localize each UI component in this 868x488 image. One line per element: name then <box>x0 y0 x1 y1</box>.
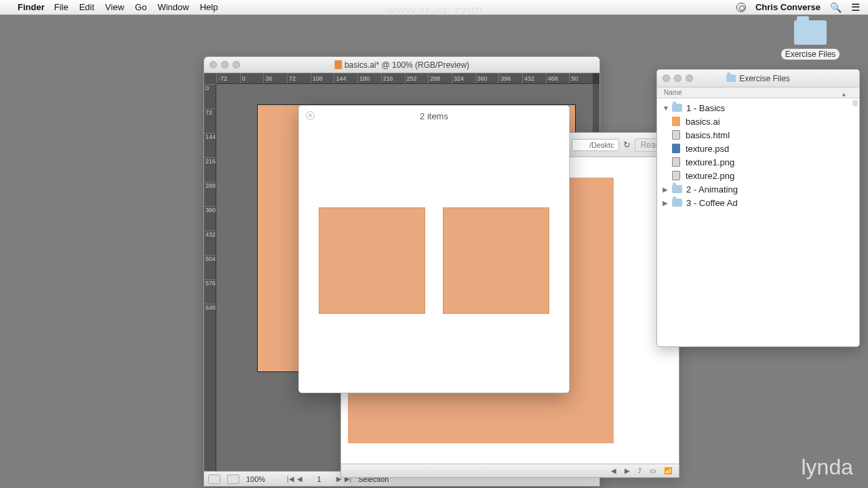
thumbnail-2[interactable] <box>443 207 549 314</box>
ruler-tick: 576 <box>204 279 216 304</box>
menu-file[interactable]: File <box>54 2 68 12</box>
finder-column-header[interactable]: Name ▲ <box>657 87 859 98</box>
finder-title-text: Exercise Files <box>739 74 790 83</box>
menu-help[interactable]: Help <box>200 2 218 12</box>
share-icon[interactable]: ⤴ <box>638 467 642 474</box>
finder-window: Exercise Files Name ▲ ▼ 1 - Basics basic… <box>656 69 860 347</box>
first-page-icon[interactable]: |◀ <box>287 475 294 483</box>
ruler-tick: 216 <box>204 157 216 182</box>
creative-cloud-icon[interactable] <box>736 3 746 12</box>
ruler-tick: 468 <box>546 73 570 83</box>
ruler-tick: 504 <box>204 255 216 279</box>
file-row-texture2-png[interactable]: texture2.png <box>657 169 859 182</box>
disclosure-triangle-icon[interactable]: ▼ <box>663 104 669 112</box>
reload-icon[interactable]: ↻ <box>623 140 631 150</box>
folder-icon <box>726 75 736 82</box>
ruler-tick: -72 <box>216 73 240 83</box>
app-name[interactable]: Finder <box>18 2 45 12</box>
close-icon[interactable] <box>663 75 670 82</box>
file-row-texture1-png[interactable]: texture1.png <box>657 155 859 169</box>
menu-window[interactable]: Window <box>157 2 189 12</box>
item-label: texture2.png <box>686 171 734 181</box>
close-icon[interactable]: × <box>306 111 315 120</box>
quicklook-body <box>299 126 569 314</box>
quicklook-title: 2 items <box>420 111 448 121</box>
ruler-tick: 72 <box>204 108 216 133</box>
item-label: 3 - Coffee Ad <box>686 198 738 208</box>
folder-icon <box>794 20 827 45</box>
item-label: basics.html <box>686 130 730 140</box>
notifications-icon[interactable]: ☰ <box>851 1 860 14</box>
file-row-texture-psd[interactable]: texture.psd <box>657 142 859 155</box>
bookmarks-icon[interactable]: ▭ <box>650 467 656 474</box>
safari-statusbar: ◀ ▶ ⤴ ▭ 📶 <box>341 464 679 477</box>
menu-edit[interactable]: Edit <box>79 2 94 12</box>
scrollbar[interactable] <box>852 100 858 106</box>
disclosure-triangle-icon[interactable]: ▶ <box>663 199 669 207</box>
folder-row-basics[interactable]: ▼ 1 - Basics <box>657 101 859 115</box>
menubar: Finder File Edit View Go Window Help Chr… <box>0 0 868 15</box>
folder-row-coffee-ad[interactable]: ▶ 3 - Coffee Ad <box>657 196 859 209</box>
ruler-corner <box>593 73 599 84</box>
ruler-tick: 360 <box>204 206 216 230</box>
file-row-basics-ai[interactable]: basics.ai <box>657 115 859 128</box>
item-label: texture1.png <box>686 157 734 167</box>
spotlight-icon[interactable]: 🔍 <box>830 2 842 13</box>
window-controls <box>210 61 240 68</box>
illustrator-titlebar[interactable]: basics.ai* @ 100% (RGB/Preview) <box>204 57 599 73</box>
close-icon[interactable] <box>210 61 217 68</box>
ai-document-icon <box>334 60 342 69</box>
quicklook-panel: × 2 items <box>298 105 570 393</box>
desktop-folder-label: Exercise Files <box>781 49 840 60</box>
prev-icon[interactable]: ◀ <box>611 467 616 474</box>
ruler-tick: 0 <box>204 84 216 108</box>
signal-icon[interactable]: 📶 <box>664 467 672 474</box>
psd-file-icon <box>672 144 680 153</box>
minimize-icon[interactable] <box>221 61 229 68</box>
file-row-basics-html[interactable]: basics.html <box>657 128 859 142</box>
ruler-tick: 648 <box>204 304 216 328</box>
html-file-icon <box>672 130 680 140</box>
ruler-tick: 72 <box>287 73 311 83</box>
next-icon[interactable]: ▶ <box>625 467 630 474</box>
lynda-branding: lynda <box>802 455 854 480</box>
username[interactable]: Chris Converse <box>755 2 821 12</box>
ruler-tick: 324 <box>452 73 475 83</box>
ruler-tick: 288 <box>204 182 216 206</box>
window-controls <box>663 75 693 82</box>
ruler-tick: 360 <box>475 73 499 83</box>
ruler-tick: 288 <box>428 73 452 83</box>
zoom-icon[interactable] <box>233 61 240 68</box>
sort-arrow-icon[interactable]: ▲ <box>841 89 847 100</box>
folder-row-animating[interactable]: ▶ 2 - Animating <box>657 182 859 196</box>
disclosure-triangle-icon[interactable]: ▶ <box>663 186 669 193</box>
ruler-tick: 50 <box>569 73 593 83</box>
page-number[interactable]: 1 <box>309 475 330 483</box>
thumbnail-1[interactable] <box>319 207 425 314</box>
ai-file-icon <box>672 117 680 126</box>
quicklook-header: × 2 items <box>299 106 569 126</box>
finder-titlebar[interactable]: Exercise Files <box>657 70 859 87</box>
item-label: 1 - Basics <box>686 103 725 113</box>
ruler-horizontal[interactable]: -72 0 36 72 108 144 180 216 252 288 324 … <box>216 73 593 84</box>
artboard-nav-icon[interactable] <box>208 474 220 484</box>
desktop-folder-exercise-files[interactable]: Exercise Files <box>780 20 841 60</box>
png-file-icon <box>672 171 680 180</box>
ruler-tick: 144 <box>334 73 357 83</box>
column-name: Name <box>664 89 682 96</box>
prev-page-icon[interactable]: ◀ <box>297 475 302 483</box>
item-label: 2 - Animating <box>686 184 738 195</box>
ruler-vertical[interactable]: 0 72 144 216 288 360 432 504 576 648 <box>204 84 216 471</box>
ruler-tick: 180 <box>357 73 381 83</box>
menu-go[interactable]: Go <box>135 2 146 12</box>
ruler-tick: 108 <box>311 73 334 83</box>
screen-mode-icon[interactable] <box>227 474 239 484</box>
ruler-tick: 216 <box>381 73 405 83</box>
illustrator-title: basics.ai* @ 100% (RGB/Preview) <box>344 60 469 70</box>
zoom-level[interactable]: 100% <box>246 475 280 483</box>
ruler-tick: 432 <box>522 73 546 83</box>
menu-view[interactable]: View <box>105 2 124 12</box>
minimize-icon[interactable] <box>674 75 682 82</box>
address-bar[interactable]: /Desktc <box>572 139 619 151</box>
zoom-icon[interactable] <box>686 75 693 82</box>
